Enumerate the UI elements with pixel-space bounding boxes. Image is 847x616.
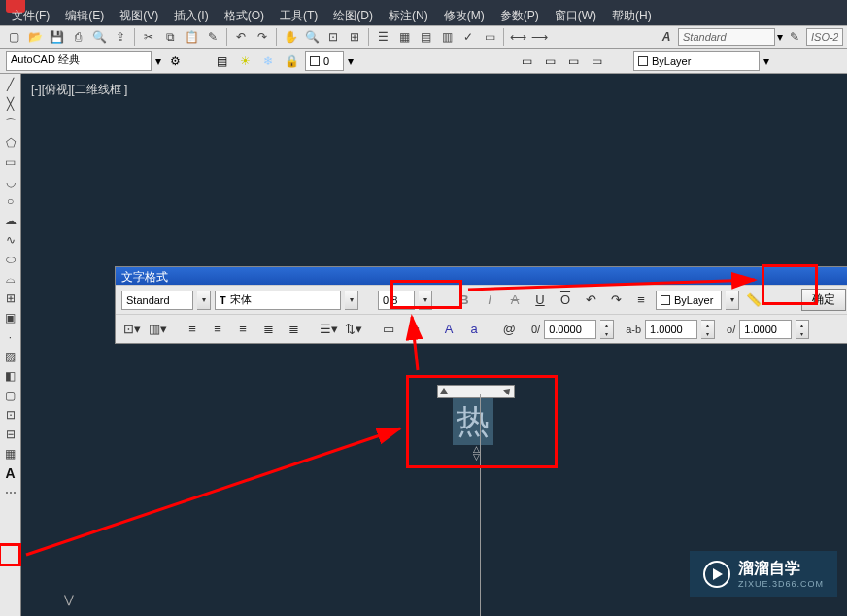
bullets-icon[interactable]: ☰▾ — [318, 320, 339, 339]
stack-icon[interactable]: ≡ — [630, 291, 652, 310]
lowercase-icon[interactable]: a — [463, 320, 485, 339]
align-left-icon[interactable]: ≡ — [182, 320, 203, 339]
table-icon[interactable]: ▦ — [2, 445, 19, 462]
sheet-set-icon[interactable]: ▥ — [437, 27, 457, 47]
freeze-icon[interactable]: ❄ — [258, 51, 278, 71]
menu-edit[interactable]: 编辑(E) — [57, 6, 112, 26]
align-center-icon[interactable]: ≡ — [207, 320, 228, 339]
redo-icon[interactable]: ↷ — [253, 27, 272, 47]
cut-icon[interactable]: ✂ — [139, 27, 158, 47]
dim2-icon[interactable]: ⟶ — [529, 27, 549, 47]
line-icon[interactable]: ╱ — [2, 76, 19, 93]
zoom-window-icon[interactable]: ⊡ — [323, 27, 343, 47]
layer-iso-icon[interactable]: ▭ — [540, 51, 559, 71]
menu-draw[interactable]: 绘图(D) — [325, 6, 381, 26]
text-style-combo[interactable] — [678, 28, 775, 46]
uppercase-icon[interactable]: A — [438, 320, 459, 339]
columns-icon[interactable]: ▥▾ — [147, 320, 168, 339]
markup-icon[interactable]: ✓ — [458, 27, 478, 47]
gradient-icon[interactable]: ◧ — [2, 367, 19, 385]
tool-palette-icon[interactable]: ▤ — [416, 27, 435, 47]
layer-combo[interactable]: 0 — [305, 51, 344, 71]
font-selector[interactable]: T 宋体 — [215, 291, 341, 310]
rectangle-icon[interactable]: ▭ — [2, 154, 19, 171]
at-symbol-icon[interactable]: @ — [498, 320, 520, 339]
layer-off-icon[interactable]: ▭ — [563, 51, 583, 71]
paste-icon[interactable]: 📋 — [182, 27, 201, 47]
point-icon[interactable]: · — [2, 328, 19, 346]
oblique-input[interactable] — [739, 320, 792, 339]
ellipse-arc-icon[interactable]: ⌓ — [2, 270, 19, 288]
align-right-icon[interactable]: ≡ — [232, 320, 254, 339]
overline-icon[interactable]: O — [555, 291, 576, 310]
strike-icon[interactable]: A — [504, 291, 525, 310]
menu-window[interactable]: 窗口(W) — [547, 6, 604, 26]
menu-view[interactable]: 视图(V) — [112, 6, 166, 26]
zoom-previous-icon[interactable]: ⊞ — [345, 27, 364, 47]
italic-icon[interactable]: I — [479, 291, 500, 310]
width-factor-input[interactable] — [645, 320, 697, 339]
undo-icon[interactable]: ↶ — [231, 27, 251, 47]
field-icon[interactable]: ▭ — [378, 320, 399, 339]
mtext-icon[interactable]: A — [2, 464, 19, 482]
design-center-icon[interactable]: ▦ — [394, 27, 414, 47]
gear-icon[interactable]: ⚙ — [165, 51, 185, 71]
wipeout-icon[interactable]: ⊟ — [2, 426, 19, 443]
menu-insert[interactable]: 插入(I) — [166, 6, 216, 26]
symbol-icon[interactable]: ▭ — [403, 320, 424, 339]
region-icon[interactable]: ▢ — [2, 387, 19, 404]
properties-icon[interactable]: ☰ — [373, 27, 392, 47]
dropdown-icon[interactable]: ▾ — [197, 291, 211, 310]
insert-icon[interactable]: ⊞ — [2, 290, 19, 307]
text-color-combo[interactable]: ByLayer — [656, 291, 722, 310]
underline-icon[interactable]: U — [529, 291, 551, 310]
ellipse-icon[interactable]: ⬭ — [2, 251, 19, 268]
dropdown-icon[interactable]: ▾ — [777, 30, 783, 44]
print-icon[interactable]: ⎙ — [68, 27, 87, 47]
arc-icon[interactable]: ◡ — [2, 173, 19, 190]
dropdown-icon[interactable]: ▾ — [345, 291, 358, 310]
dropdown-icon[interactable]: ▾ — [348, 54, 354, 68]
drawing-canvas[interactable]: [-][俯视][二维线框 ] 文字格式 Standard ▾ T 宋体 ▾ ▾ … — [21, 74, 847, 616]
print-preview-icon[interactable]: 🔍 — [89, 27, 109, 47]
menu-help[interactable]: 帮助(H) — [604, 6, 660, 26]
dim-style-combo[interactable] — [806, 28, 843, 46]
menu-params[interactable]: 参数(P) — [492, 6, 547, 26]
dimstyle-icon[interactable]: ✎ — [785, 27, 804, 47]
undo-icon[interactable]: ↶ — [580, 291, 601, 310]
workspace-combo[interactable]: AutoCAD 经典 — [6, 51, 152, 71]
justify-full-icon[interactable]: ≣ — [257, 320, 279, 339]
open-icon[interactable]: 📂 — [25, 27, 45, 47]
circle-icon[interactable]: ○ — [2, 192, 19, 210]
dim-icon[interactable]: ⟷ — [508, 27, 527, 47]
text-style-selector[interactable]: Standard — [121, 291, 193, 310]
justify-icon[interactable]: ⊡▾ — [121, 320, 143, 339]
add-icon[interactable]: ⋯ — [2, 484, 19, 501]
menu-tools[interactable]: 工具(T) — [272, 6, 325, 26]
distribute-icon[interactable]: ≣ — [283, 320, 304, 339]
lock-icon[interactable]: 🔒 — [282, 51, 301, 71]
layer-state-icon[interactable]: ▭ — [517, 51, 536, 71]
layer-prev-icon[interactable]: ▭ — [587, 51, 606, 71]
color-combo[interactable]: ByLayer — [633, 51, 760, 71]
menu-file[interactable]: 文件(F) — [4, 6, 57, 26]
dropdown-icon[interactable]: ▾ — [763, 54, 769, 68]
layer-manager-icon[interactable]: ▤ — [212, 51, 231, 71]
match-icon[interactable]: ✎ — [203, 27, 222, 47]
sun-icon[interactable]: ☀ — [235, 51, 254, 71]
block-icon[interactable]: ▣ — [2, 309, 19, 326]
save-icon[interactable]: 💾 — [47, 27, 66, 47]
pan-icon[interactable]: ✋ — [281, 27, 300, 47]
polygon-icon[interactable]: ⬠ — [2, 134, 19, 152]
viewport-label[interactable]: [-][俯视][二维线框 ] — [31, 82, 127, 98]
redo-icon[interactable]: ↷ — [605, 291, 627, 310]
textstyle-icon[interactable]: A — [657, 27, 676, 47]
menu-format[interactable]: 格式(O) — [217, 6, 272, 26]
spinner-icon[interactable]: ▴▾ — [796, 320, 809, 339]
xline-icon[interactable]: ╳ — [2, 95, 19, 113]
hatch-icon[interactable]: ▨ — [2, 348, 19, 365]
spline-icon[interactable]: ∿ — [2, 231, 19, 249]
polyline-icon[interactable]: ⌒ — [2, 115, 19, 132]
calc-icon[interactable]: ▭ — [480, 27, 499, 47]
spinner-icon[interactable]: ▴▾ — [600, 320, 614, 339]
